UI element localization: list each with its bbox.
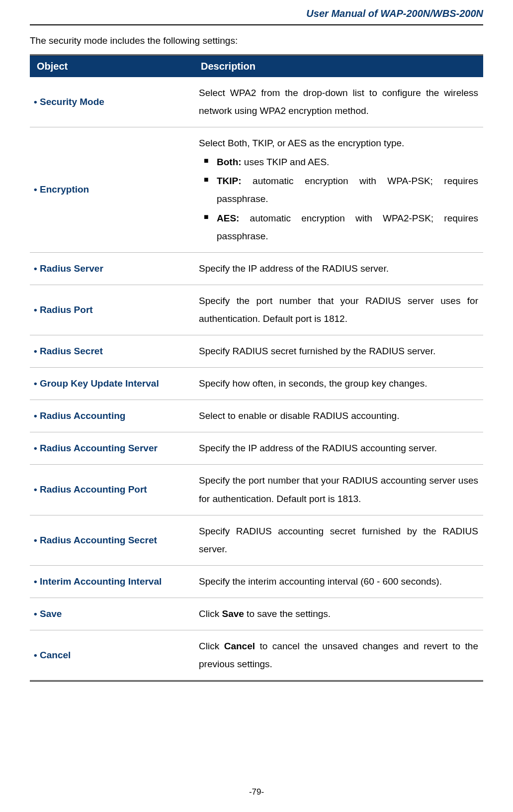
table-header-row: Object Description bbox=[30, 55, 483, 78]
object-cell: Radius Accounting bbox=[30, 400, 194, 432]
object-cell: Radius Port bbox=[30, 285, 194, 335]
table-row: Radius Accounting Select to enable or di… bbox=[30, 400, 483, 432]
description-cell: Select to enable or disable RADIUS accou… bbox=[194, 400, 483, 432]
desc-bold: Cancel bbox=[224, 641, 255, 651]
description-cell: Specify the IP address of the RADIUS acc… bbox=[194, 432, 483, 465]
object-cell: Interim Accounting Interval bbox=[30, 565, 194, 598]
description-cell: Specify how often, in seconds, the group… bbox=[194, 368, 483, 400]
encryption-intro: Select Both, TKIP, or AES as the encrypt… bbox=[199, 134, 478, 152]
column-header-description: Description bbox=[194, 55, 483, 78]
list-item: TKIP: automatic encryption with WPA-PSK;… bbox=[199, 172, 478, 208]
description-cell: Select Both, TKIP, or AES as the encrypt… bbox=[194, 127, 483, 253]
description-cell: Specify the interim accounting interval … bbox=[194, 565, 483, 598]
page-number: -79- bbox=[0, 787, 513, 797]
desc-prefix: Click bbox=[199, 609, 222, 619]
object-cell: Group Key Update Interval bbox=[30, 368, 194, 400]
table-row: Radius Accounting Secret Specify RADIUS … bbox=[30, 515, 483, 565]
object-cell: Radius Accounting Port bbox=[30, 465, 194, 515]
desc-bold: Save bbox=[222, 609, 244, 619]
description-cell: Click Cancel to cancel the unsaved chang… bbox=[194, 630, 483, 681]
object-cell: Encryption bbox=[30, 127, 194, 253]
list-item: AES: automatic encryption with WPA2-PSK;… bbox=[199, 209, 478, 245]
description-cell: Select WPA2 from the drop-down list to c… bbox=[194, 77, 483, 127]
description-cell: Specify RADIUS secret furnished by the R… bbox=[194, 335, 483, 368]
table-row: Radius Port Specify the port number that… bbox=[30, 285, 483, 335]
object-cell: Radius Secret bbox=[30, 335, 194, 368]
object-cell: Radius Accounting Server bbox=[30, 432, 194, 465]
description-cell: Specify the IP address of the RADIUS ser… bbox=[194, 252, 483, 285]
description-cell: Specify the port number that your RADIUS… bbox=[194, 285, 483, 335]
description-cell: Click Save to save the settings. bbox=[194, 598, 483, 630]
object-cell: Save bbox=[30, 598, 194, 630]
table-row: Radius Accounting Port Specify the port … bbox=[30, 465, 483, 515]
description-cell: Specify the port number that your RADIUS… bbox=[194, 465, 483, 515]
object-cell: Cancel bbox=[30, 630, 194, 681]
item-text: automatic encryption with WPA-PSK; requi… bbox=[217, 176, 478, 204]
table-row: Interim Accounting Interval Specify the … bbox=[30, 565, 483, 598]
desc-suffix: to save the settings. bbox=[244, 609, 331, 619]
item-label: AES: bbox=[217, 213, 239, 223]
item-text: automatic encryption with WPA2-PSK; requ… bbox=[217, 213, 478, 241]
encryption-list: Both: uses TKIP and AES. TKIP: automatic… bbox=[199, 153, 478, 245]
object-cell: Radius Accounting Secret bbox=[30, 515, 194, 565]
table-row: Save Click Save to save the settings. bbox=[30, 598, 483, 630]
object-cell: Radius Server bbox=[30, 252, 194, 285]
item-label: Both: bbox=[217, 157, 242, 167]
table-row: Encryption Select Both, TKIP, or AES as … bbox=[30, 127, 483, 253]
desc-prefix: Click bbox=[199, 641, 224, 651]
header-divider bbox=[30, 24, 483, 25]
list-item: Both: uses TKIP and AES. bbox=[199, 153, 478, 171]
table-row: Radius Server Specify the IP address of … bbox=[30, 252, 483, 285]
table-row: Cancel Click Cancel to cancel the unsave… bbox=[30, 630, 483, 681]
settings-table: Object Description Security Mode Select … bbox=[30, 54, 483, 682]
intro-text: The security mode includes the following… bbox=[30, 35, 483, 46]
table-row: Radius Accounting Server Specify the IP … bbox=[30, 432, 483, 465]
object-cell: Security Mode bbox=[30, 77, 194, 127]
item-label: TKIP: bbox=[217, 176, 242, 186]
item-text: uses TKIP and AES. bbox=[242, 157, 330, 167]
table-row: Radius Secret Specify RADIUS secret furn… bbox=[30, 335, 483, 368]
column-header-object: Object bbox=[30, 55, 194, 78]
description-cell: Specify RADIUS accounting secret furnish… bbox=[194, 515, 483, 565]
table-row: Group Key Update Interval Specify how of… bbox=[30, 368, 483, 400]
header-title: User Manual of WAP-200N/WBS-200N bbox=[30, 0, 483, 24]
table-row: Security Mode Select WPA2 from the drop-… bbox=[30, 77, 483, 127]
